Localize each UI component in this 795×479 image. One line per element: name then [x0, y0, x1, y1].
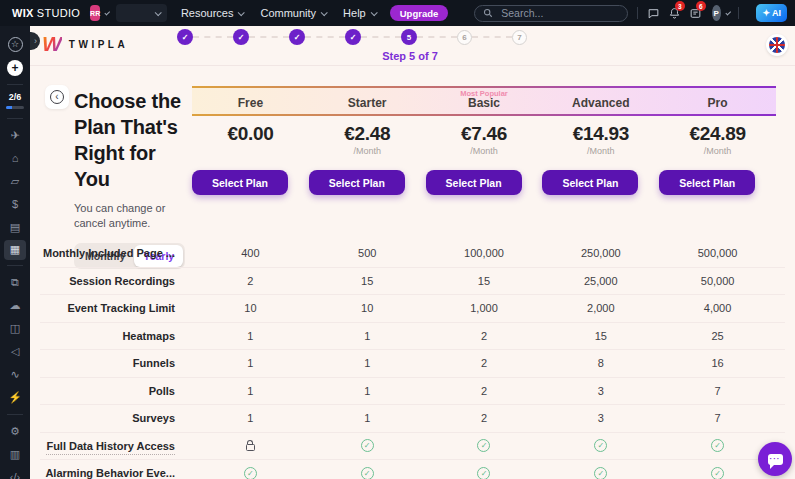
page-title-line: Plan That's: [74, 114, 196, 140]
payments-icon[interactable]: $: [0, 193, 30, 216]
search-input[interactable]: [499, 6, 619, 20]
notifications-bell-icon[interactable]: 3: [668, 4, 681, 22]
select-plan-button-free[interactable]: Select Plan: [192, 170, 288, 195]
feature-value-cell: 1: [192, 330, 309, 342]
sparkle-icon: ✦: [762, 8, 770, 18]
settings-icon[interactable]: ⚙: [0, 420, 30, 443]
marketing-icon[interactable]: ◁: [0, 340, 30, 363]
feature-value-cell: ✓: [309, 467, 426, 479]
check-icon: ✓: [594, 439, 607, 452]
release-icon[interactable]: ✈: [0, 124, 30, 147]
select-plan-button-advanced[interactable]: Select Plan: [542, 170, 638, 195]
check-icon: ✓: [477, 467, 490, 479]
chevron-down-icon: [321, 9, 328, 16]
billing-icon[interactable]: ▱: [0, 170, 30, 193]
add-button[interactable]: +: [0, 56, 30, 79]
sidebar-expand-handle[interactable]: ›: [30, 32, 40, 50]
feature-value-cell: 400: [192, 247, 309, 259]
feature-value-cell: ✓: [309, 439, 426, 452]
account-chevron-icon[interactable]: [725, 9, 731, 15]
chat-icon[interactable]: [647, 4, 660, 22]
price-period: /Month: [659, 146, 776, 157]
page-title-line: You: [74, 166, 196, 192]
feature-label[interactable]: Alarming Behavior Eve...: [40, 467, 175, 479]
automations-icon[interactable]: ⚡: [0, 386, 30, 409]
select-plan-button-pro[interactable]: Select Plan: [659, 170, 755, 195]
setup-progress[interactable]: 2/6: [0, 90, 30, 113]
plan-comparison-header: FreeStarterMost PopularBasicAdvancedPro …: [192, 86, 776, 195]
analytics-icon[interactable]: ∿: [0, 363, 30, 386]
feature-row: Session Recordings2151525,00050,000: [40, 268, 785, 296]
select-plan-cell: Select Plan: [309, 170, 426, 195]
price-period: [192, 146, 309, 157]
ai-assistant-button[interactable]: ✦AI: [756, 4, 787, 22]
menu-community[interactable]: Community: [260, 7, 326, 19]
feature-value-cell: 16: [659, 357, 776, 369]
twipla-logo: W TWIPLA: [42, 33, 128, 55]
price-value: €0.00: [192, 123, 309, 145]
updates-icon[interactable]: 6: [689, 4, 702, 22]
plan-names-band: FreeStarterMost PopularBasicAdvancedPro: [192, 86, 776, 116]
feature-label: Session Recordings: [40, 275, 175, 287]
step-connector: [472, 36, 512, 38]
inbox-icon[interactable]: ▤: [0, 216, 30, 239]
upgrade-button[interactable]: Upgrade: [390, 5, 449, 21]
plan-name-label: Free: [238, 96, 263, 110]
content-manager-icon[interactable]: ▥: [0, 443, 30, 466]
select-plan-button-basic[interactable]: Select Plan: [426, 170, 522, 195]
feature-value-cell: 15: [309, 275, 426, 287]
home-icon[interactable]: ⌂: [0, 147, 30, 170]
search-bar[interactable]: [474, 5, 628, 22]
notifications-count-badge: 3: [675, 1, 685, 11]
sidebar-divider: [7, 414, 23, 415]
back-button[interactable]: ‹: [45, 85, 69, 109]
feature-row: Event Tracking Limit10101,0002,0004,000: [40, 295, 785, 323]
plan-name-label: Advanced: [572, 96, 629, 110]
select-plan-button-starter[interactable]: Select Plan: [309, 170, 405, 195]
feature-values: ✓✓✓✓✓: [192, 467, 776, 479]
feature-label[interactable]: Full Data History Access: [40, 440, 175, 452]
feature-value-cell: ✓: [192, 467, 309, 479]
select-plan-cell: Select Plan: [192, 170, 309, 195]
feature-value-cell: ✓: [659, 439, 776, 452]
feature-value-cell: 2: [426, 357, 543, 369]
cloud-icon[interactable]: ☁: [0, 294, 30, 317]
workspace-badge[interactable]: RR: [90, 5, 100, 21]
avatar[interactable]: P: [712, 5, 721, 21]
workspace-chevron-icon[interactable]: [105, 9, 111, 15]
menu-help[interactable]: Help: [343, 7, 376, 19]
select-plan-cell: Select Plan: [542, 170, 659, 195]
top-bar: WIX STUDIO RR Resources Community Help U…: [0, 0, 795, 26]
feature-value-cell: 15: [426, 275, 543, 287]
contacts-icon[interactable]: ◫: [0, 317, 30, 340]
step-connector: [417, 36, 457, 38]
step-4: ✓: [345, 29, 361, 45]
language-selector[interactable]: [766, 34, 788, 56]
support-chat-button[interactable]: ···: [758, 442, 792, 476]
feature-value-cell: 8: [542, 357, 659, 369]
plan-price-basic: €7.46/Month: [426, 123, 543, 157]
chevron-down-icon: [238, 9, 245, 16]
devices-icon[interactable]: ⧉: [0, 271, 30, 294]
uk-flag-icon: [769, 37, 785, 53]
dev-mode-icon[interactable]: ‹/›: [0, 466, 30, 479]
check-icon: ✓: [594, 467, 607, 479]
feature-value-cell: 25,000: [542, 275, 659, 287]
wix-studio-logo[interactable]: WIX STUDIO: [12, 7, 80, 19]
star-badge-icon[interactable]: ☆: [0, 33, 30, 56]
check-icon: ✓: [477, 439, 490, 452]
feature-label-text: Full Data History Access: [46, 440, 175, 455]
plan-name-pro: Pro: [659, 88, 776, 114]
site-selector-dropdown[interactable]: [116, 4, 166, 22]
feature-values: 2151525,00050,000: [192, 275, 776, 287]
updates-count-badge: 6: [696, 1, 706, 11]
divider: [738, 7, 739, 19]
menu-resources[interactable]: Resources: [181, 7, 244, 19]
feature-value-cell: 3: [542, 385, 659, 397]
brand-wix: WIX: [12, 7, 34, 19]
sidebar-divider: [7, 265, 23, 266]
brand-studio: STUDIO: [37, 7, 80, 19]
app-content: › W TWIPLA ✓✓✓✓567 Step 5 of 7 ‹ Choose …: [30, 26, 795, 479]
apps-icon[interactable]: ▦: [0, 239, 30, 260]
step-6: 6: [457, 30, 472, 45]
